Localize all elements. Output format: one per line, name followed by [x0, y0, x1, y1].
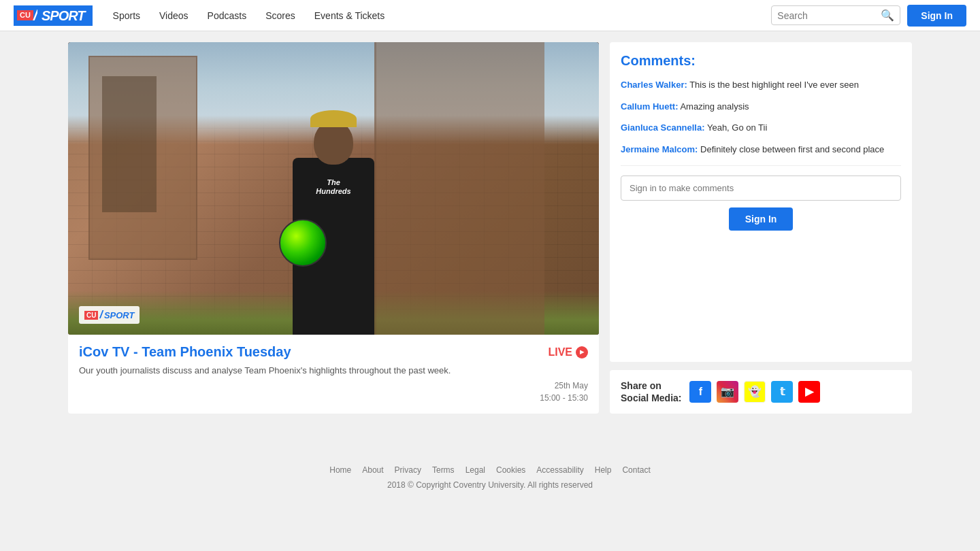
comment-item: Charles Walker: This is the best highlig… [621, 78, 901, 92]
comment-item: Gianluca Scannella: Yeah, Go on Tii [621, 121, 901, 135]
comment-author-2: Callum Huett: [621, 101, 679, 112]
window-arch-left [102, 76, 157, 212]
footer-links: Home About Privacy Terms Legal Cookies A… [14, 465, 966, 475]
comment-author-3: Gianluca Scannella: [621, 122, 705, 133]
comments-section: Comments: Charles Walker: This is the be… [610, 42, 912, 414]
video-section: TheHundreds CU / SPORT iCov TV - Team Ph… [68, 42, 599, 414]
footer-contact[interactable]: Contact [622, 465, 650, 475]
signin-button[interactable]: Sign In [907, 5, 966, 27]
footer-home[interactable]: Home [329, 465, 351, 475]
comments-title: Comments: [621, 53, 901, 69]
comments-box: Comments: Charles Walker: This is the be… [610, 42, 912, 362]
video-time: 15:00 - 15:30 [79, 392, 588, 404]
site-footer: Home About Privacy Terms Legal Cookies A… [0, 452, 980, 503]
site-header: CU / SPORT Sports Videos Podcasts Scores… [0, 0, 980, 31]
nav-scores[interactable]: Scores [265, 10, 295, 21]
footer-accessibility[interactable]: Accessability [536, 465, 583, 475]
footer-terms[interactable]: Terms [432, 465, 455, 475]
main-content: TheHundreds CU / SPORT iCov TV - Team Ph… [54, 31, 926, 424]
social-label: Share onSocial Media: [621, 380, 681, 404]
live-badge: LIVE [548, 346, 588, 358]
comment-item: Jermaine Malcom: Definitely close betwee… [621, 143, 901, 156]
video-container[interactable]: TheHundreds CU / SPORT [68, 42, 599, 335]
comment-author-1: Charles Walker: [621, 80, 687, 90]
comment-text-4: Definitely close between first and secon… [700, 144, 884, 154]
footer-about[interactable]: About [362, 465, 383, 475]
watermark-sport: SPORT [104, 310, 135, 320]
logo-cu: CU [17, 10, 33, 20]
search-box: 🔍 [771, 5, 900, 25]
header-actions: 🔍 Sign In [771, 5, 966, 27]
snapchat-icon[interactable]: 👻 [744, 381, 766, 403]
video-info: iCov TV - Team Phoenix Tuesday LIVE Our … [68, 335, 599, 414]
nav-events-tickets[interactable]: Events & Tickets [314, 10, 385, 21]
comment-author-4: Jermaine Malcom: [621, 144, 698, 154]
search-input[interactable] [777, 10, 881, 21]
video-thumbnail: TheHundreds CU / SPORT [68, 42, 599, 335]
comment-text-1: This is the best highlight reel I've eve… [689, 80, 859, 90]
instagram-icon[interactable]: 📷 [717, 381, 738, 403]
comment-text-2: Amazing analysis [680, 101, 749, 112]
facebook-icon[interactable]: f [689, 381, 711, 403]
video-meta: 25th May 15:00 - 15:30 [79, 380, 588, 404]
live-label: LIVE [548, 346, 572, 358]
social-icons: f 📷 👻 𝕥 ▶ [689, 381, 820, 403]
footer-privacy[interactable]: Privacy [395, 465, 421, 475]
social-share-box: Share onSocial Media: f 📷 👻 𝕥 ▶ [610, 370, 912, 414]
youtube-icon[interactable]: ▶ [798, 381, 820, 403]
footer-copyright: 2018 © Copyright Coventry University. Al… [14, 480, 966, 490]
footer-legal[interactable]: Legal [466, 465, 485, 475]
building-right [374, 42, 544, 335]
nav-sports[interactable]: Sports [113, 10, 140, 21]
soccer-ball [279, 219, 327, 267]
watermark-slash: / [99, 309, 102, 321]
video-date: 25th May [79, 380, 588, 392]
comment-signin-button[interactable]: Sign In [729, 207, 794, 231]
nav-podcasts[interactable]: Podcasts [208, 10, 247, 21]
logo-sport: SPORT [37, 7, 89, 24]
comment-input-area: Sign In [621, 165, 901, 231]
video-title: iCov TV - Team Phoenix Tuesday [79, 344, 291, 360]
live-dot [576, 346, 588, 358]
video-description: Our youth journalists discuss and analys… [79, 365, 588, 375]
nav-videos[interactable]: Videos [159, 10, 189, 21]
main-nav: Sports Videos Podcasts Scores Events & T… [113, 10, 772, 21]
search-icon[interactable]: 🔍 [881, 9, 894, 22]
comment-input[interactable] [621, 176, 901, 201]
site-logo[interactable]: CU / SPORT [14, 5, 93, 26]
video-title-row: iCov TV - Team Phoenix Tuesday LIVE [79, 344, 588, 360]
person-cap [310, 110, 357, 127]
footer-help[interactable]: Help [595, 465, 612, 475]
watermark-cu: CU [84, 311, 98, 320]
footer-cookies[interactable]: Cookies [496, 465, 525, 475]
comment-text-3: Yeah, Go on Tii [707, 122, 767, 133]
twitter-icon[interactable]: 𝕥 [771, 381, 793, 403]
comment-item: Callum Huett: Amazing analysis [621, 100, 901, 114]
video-watermark: CU / SPORT [79, 306, 140, 324]
